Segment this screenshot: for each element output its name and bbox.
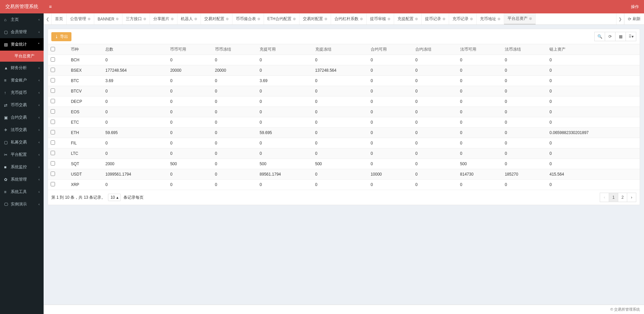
column-header[interactable]: 合约冻结 [413, 44, 457, 55]
tab-2[interactable]: BANNER⊗ [94, 13, 122, 24]
sidebar-item-4[interactable]: ≡资金账户‹ [0, 74, 44, 86]
close-icon[interactable]: ⊗ [529, 16, 532, 21]
tab-3[interactable]: 三方接口⊗ [122, 13, 150, 24]
table-row[interactable]: ETC0000000000 [48, 117, 640, 128]
sidebar-item-12[interactable]: ✿系统管理‹ [0, 173, 44, 186]
close-icon[interactable]: ⊗ [88, 17, 91, 21]
row-checkbox[interactable] [51, 68, 55, 72]
close-icon[interactable]: ⊗ [442, 17, 445, 21]
row-checkbox[interactable] [51, 57, 55, 62]
row-checkbox[interactable] [51, 161, 55, 166]
column-header[interactable]: 币种 [68, 44, 103, 55]
tab-scroll-left[interactable]: ❮ [44, 13, 52, 24]
table-row[interactable]: XRP0000000000 [48, 180, 640, 190]
tab-14[interactable]: 充币记录⊗ [449, 13, 477, 24]
sidebar-toggle[interactable]: ≡ [44, 4, 57, 9]
sidebar-item-9[interactable]: ▢私募交易‹ [0, 136, 44, 148]
column-header[interactable]: 币币冻结 [212, 44, 257, 55]
sidebar-item-10[interactable]: ✂平台配置‹ [0, 148, 44, 161]
tab-15[interactable]: 充币地址⊗ [477, 13, 504, 24]
column-header[interactable]: 法币可用 [458, 44, 502, 55]
page-prev[interactable]: ‹ [600, 193, 609, 202]
sidebar-item-14[interactable]: 🖵实例演示‹ [0, 198, 44, 210]
tab-8[interactable]: ETH合约配置⊗ [264, 13, 300, 24]
export-button[interactable]: ⭳ 导出 [51, 32, 71, 41]
close-icon[interactable]: ⊗ [360, 17, 363, 21]
sidebar-item-7[interactable]: ▣合约交易‹ [0, 111, 44, 124]
close-icon[interactable]: ⊗ [293, 17, 296, 21]
row-checkbox[interactable] [51, 130, 55, 134]
close-icon[interactable]: ⊗ [497, 17, 500, 21]
column-header[interactable]: 充提可用 [257, 44, 312, 55]
close-icon[interactable]: ⊗ [194, 17, 197, 21]
select-all-checkbox[interactable] [51, 47, 55, 51]
tab-16[interactable]: 平台总资产⊗ [504, 13, 536, 24]
tab-10[interactable]: 合约杠杆系数⊗ [331, 13, 367, 24]
tab-6[interactable]: 交易对配置⊗ [201, 13, 232, 24]
row-checkbox[interactable] [51, 109, 55, 114]
page-1[interactable]: 1 [609, 193, 618, 202]
tab-refresh[interactable]: ⟳ 刷新 [624, 13, 644, 24]
page-next[interactable]: › [627, 193, 636, 202]
close-icon[interactable]: ⊗ [324, 17, 327, 21]
sidebar-item-13[interactable]: ≡系统工具‹ [0, 186, 44, 198]
row-checkbox[interactable] [51, 78, 55, 82]
table-row[interactable]: EOS0000000000 [48, 107, 640, 117]
header-action[interactable]: 操作 [626, 4, 644, 10]
table-row[interactable]: FIL0000000000 [48, 138, 640, 148]
table-row[interactable]: USDT1099561.17940089561.1794010000081473… [48, 169, 640, 180]
sidebar-item-3[interactable]: ▲财务分析‹ [0, 62, 44, 74]
table-row[interactable]: ETH59.6950059.695000000.0659882330201897 [48, 128, 640, 138]
column-header[interactable]: 法币冻结 [502, 44, 547, 55]
tab-12[interactable]: 充提配置⊗ [394, 13, 422, 24]
table-row[interactable]: BCH0000000000 [48, 55, 640, 65]
close-icon[interactable]: ⊗ [143, 17, 146, 21]
columns-button[interactable]: ▦ [615, 32, 626, 41]
sidebar-item-0[interactable]: ⌂主页‹ [0, 13, 44, 26]
close-icon[interactable]: ⊗ [257, 17, 260, 21]
close-icon[interactable]: ⊗ [226, 17, 229, 21]
table-row[interactable]: BTC3.69003.69000000 [48, 76, 640, 86]
table-row[interactable]: BSEX177248.56420000200000137248.56400000 [48, 65, 640, 76]
close-icon[interactable]: ⊗ [387, 17, 390, 21]
sidebar-sub-item[interactable]: 平台总资产 [0, 51, 44, 62]
tab-5[interactable]: 机器人⊗ [177, 13, 201, 24]
tab-1[interactable]: 公告管理⊗ [67, 13, 94, 24]
tab-11[interactable]: 提币审核⊗ [367, 13, 394, 24]
row-checkbox[interactable] [51, 172, 55, 176]
sidebar-item-6[interactable]: ⇄币币交易‹ [0, 99, 44, 111]
column-header[interactable]: 总数 [103, 44, 167, 55]
table-row[interactable]: BTCV0000000000 [48, 86, 640, 97]
tab-7[interactable]: 币币撮合表⊗ [232, 13, 264, 24]
tab-13[interactable]: 提币记录⊗ [422, 13, 449, 24]
row-checkbox[interactable] [51, 99, 55, 103]
column-header[interactable]: 链上资产 [547, 44, 640, 55]
pagesize-select[interactable]: 10 ▴ [108, 194, 120, 201]
row-checkbox[interactable] [51, 151, 55, 155]
search-button[interactable]: 🔍 [594, 32, 605, 41]
table-row[interactable]: LTC0000000000 [48, 148, 640, 159]
close-icon[interactable]: ⊗ [470, 17, 473, 21]
sidebar-item-5[interactable]: ↑充币提币‹ [0, 86, 44, 99]
close-icon[interactable]: ⊗ [415, 17, 418, 21]
grid-button[interactable]: ⠿▾ [626, 32, 636, 41]
row-checkbox[interactable] [51, 120, 55, 124]
row-checkbox[interactable] [51, 182, 55, 186]
close-icon[interactable]: ⊗ [116, 17, 119, 21]
sidebar-item-11[interactable]: ■系统监控‹ [0, 161, 44, 173]
column-header[interactable]: 合约可用 [368, 44, 413, 55]
refresh-button[interactable]: ⟳ [605, 32, 615, 41]
sidebar-item-1[interactable]: ▢会员管理‹ [0, 26, 44, 38]
row-checkbox[interactable] [51, 88, 55, 93]
table-row[interactable]: DECP0000000000 [48, 97, 640, 107]
tab-9[interactable]: 交易对配置⊗ [300, 13, 331, 24]
tab-4[interactable]: 分享图片⊗ [150, 13, 177, 24]
row-checkbox[interactable] [51, 140, 55, 145]
tab-0[interactable]: 首页 [52, 13, 67, 24]
page-2[interactable]: 2 [618, 193, 627, 202]
column-header[interactable]: 币币可用 [167, 44, 212, 55]
column-header[interactable]: 充提冻结 [313, 44, 368, 55]
close-icon[interactable]: ⊗ [171, 17, 174, 21]
sidebar-item-2[interactable]: ▤资金统计˅ [0, 38, 44, 51]
tab-scroll-right[interactable]: ❯ [616, 13, 624, 24]
